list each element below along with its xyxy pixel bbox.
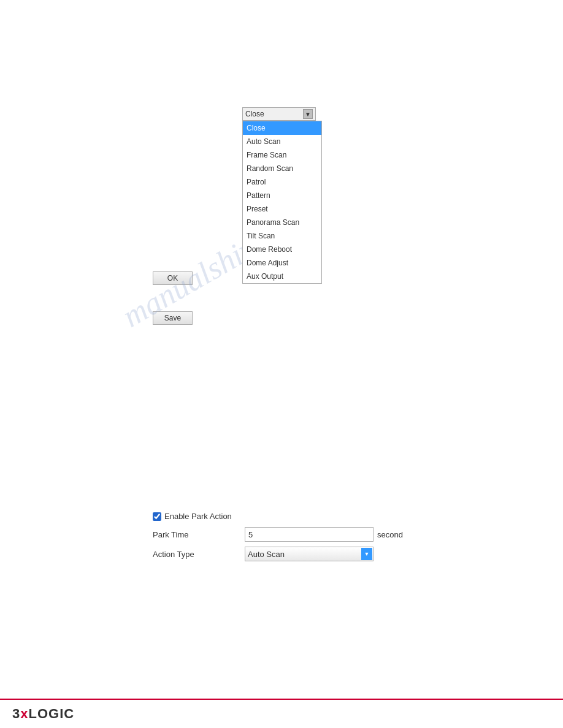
dropdown-list: Close Auto Scan Frame Scan Random Scan P… bbox=[242, 121, 322, 284]
ok-button[interactable]: OK bbox=[153, 271, 193, 285]
park-time-label: Park Time bbox=[153, 530, 245, 539]
second-label: second bbox=[377, 530, 403, 539]
main-content: Close ▼ Close Auto Scan Frame Scan Rando… bbox=[0, 0, 563, 699]
park-time-input[interactable] bbox=[245, 527, 373, 542]
dropdown-item-dome-reboot[interactable]: Dome Reboot bbox=[243, 243, 321, 256]
dropdown-item-close[interactable]: Close bbox=[243, 121, 321, 135]
action-type-label: Action Type bbox=[153, 550, 245, 559]
park-form: Park Time second Action Type Auto Scan F… bbox=[153, 527, 403, 561]
enable-park-label: Enable Park Action bbox=[164, 512, 232, 521]
dropdown-header[interactable]: Close ▼ bbox=[242, 107, 316, 121]
action-type-select-wrapper: Auto Scan Frame Scan Random Scan Patrol … bbox=[245, 547, 373, 561]
dropdown-item-pattern[interactable]: Pattern bbox=[243, 189, 321, 202]
dropdown-item-auto-scan[interactable]: Auto Scan bbox=[243, 135, 321, 148]
dropdown-item-patrol[interactable]: Patrol bbox=[243, 175, 321, 189]
dropdown-item-aux-output[interactable]: Aux Output bbox=[243, 270, 321, 283]
park-action-section: Enable Park Action Park Time second Acti… bbox=[153, 512, 403, 561]
dropdown-arrow-icon: ▼ bbox=[303, 109, 313, 119]
dropdown-item-random-scan[interactable]: Random Scan bbox=[243, 162, 321, 175]
dropdown-item-frame-scan[interactable]: Frame Scan bbox=[243, 148, 321, 162]
enable-park-checkbox[interactable] bbox=[153, 512, 161, 521]
dropdown-item-panorama-scan[interactable]: Panorama Scan bbox=[243, 216, 321, 229]
footer: 3xLOGIC bbox=[0, 699, 563, 728]
dropdown-selected-value: Close bbox=[245, 110, 302, 118]
dropdown-item-dome-adjust[interactable]: Dome Adjust bbox=[243, 256, 321, 270]
save-button[interactable]: Save bbox=[153, 311, 193, 325]
logo: 3xLOGIC bbox=[12, 706, 74, 722]
dropdown-item-tilt-scan[interactable]: Tilt Scan bbox=[243, 229, 321, 243]
dropdown-item-preset[interactable]: Preset bbox=[243, 202, 321, 216]
action-type-select[interactable]: Auto Scan Frame Scan Random Scan Patrol … bbox=[245, 547, 373, 561]
enable-park-row: Enable Park Action bbox=[153, 512, 403, 521]
dropdown-container: Close ▼ Close Auto Scan Frame Scan Rando… bbox=[242, 107, 316, 121]
